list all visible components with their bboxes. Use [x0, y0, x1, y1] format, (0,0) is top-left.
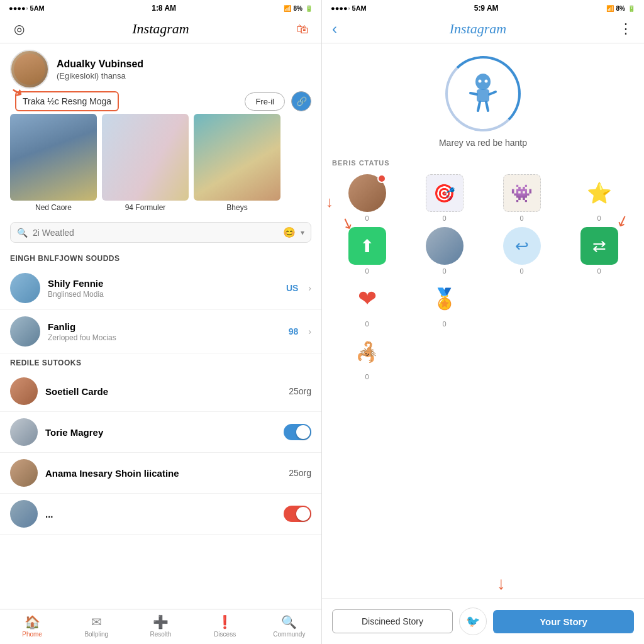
shily-name: Shily Fennie: [48, 278, 279, 289]
story-1[interactable]: Ned Caore: [10, 114, 97, 212]
emoji-row-3: ❤ 0 🏅 0: [332, 280, 634, 328]
emoji-empty-4: [487, 333, 557, 380]
search-icon: 🔍: [17, 228, 28, 238]
emoji-count-13: 0: [365, 373, 369, 380]
emoji-badge[interactable]: 🏅 0: [409, 280, 479, 328]
right-battery: 8%: [616, 5, 625, 12]
emoji-person[interactable]: 0: [409, 227, 479, 275]
sticker-main: Marey va red be hantp: [322, 43, 644, 154]
bottom-actions: ↓ Discineed Story 🐦 Your Story: [322, 598, 644, 644]
emoji-empty-2: [564, 280, 634, 328]
emoji-count-5: 0: [365, 267, 369, 275]
sticker-circle: [445, 56, 521, 131]
redile-item-1[interactable]: Soetiell Carde 25org: [0, 371, 321, 412]
svg-line-4: [470, 93, 477, 94]
tab-discess-label: Discess: [214, 631, 236, 638]
right-panel: ●●●●◦ 5AM 5:9 AM 📶 8% 🔋 ‹ Instagram ⋮: [322, 0, 644, 644]
chain-icon: 🔗: [296, 96, 307, 106]
story-thumb-img-1: [10, 114, 97, 201]
right-signal: ●●●●◦ 5AM: [331, 4, 367, 12]
story-label-2: 94 Formuler: [125, 203, 166, 212]
tab-commundy-label: Commundy: [273, 631, 305, 638]
home-icon: 🏠: [25, 614, 40, 630]
redile-item-4[interactable]: ...: [0, 494, 321, 535]
redile-item-2[interactable]: Torie Magrey: [0, 412, 321, 453]
last-avatar: [10, 500, 38, 528]
list-item-shily[interactable]: Shily Fennie Bnglinsed Modia US ›: [0, 267, 321, 310]
emoji-empty-5: [564, 333, 634, 380]
discineed-story-button[interactable]: Discineed Story: [332, 609, 453, 633]
shily-count: US: [286, 283, 298, 293]
emoji-swap[interactable]: ⇄ 0: [564, 227, 634, 275]
soetiell-name: Soetiell Carde: [45, 386, 281, 397]
right-battery-icon: 🔋: [628, 5, 635, 12]
profile-row: Adualky Vubinsed (Egikesloki) thansa: [0, 43, 321, 91]
emoji-row-1: 0 ↓ 🎯 0 👾 0 ⭐ 0: [332, 174, 634, 222]
emoji-heart[interactable]: ❤ 0: [332, 280, 402, 328]
left-status-bar: ●●●●◦ 5AM 1:8 AM 📶 8% 🔋: [0, 0, 321, 15]
shily-avatar: [10, 273, 40, 303]
emoji-face-1[interactable]: 0 ↓: [332, 174, 402, 222]
search-input[interactable]: [33, 228, 278, 238]
emoji-monster[interactable]: 👾 0: [487, 174, 557, 222]
more-button[interactable]: ⋮: [619, 21, 634, 37]
tab-discess[interactable]: ❗ Discess: [206, 614, 244, 638]
svg-point-2: [485, 80, 488, 83]
return-icon: ↩: [503, 227, 541, 265]
scorpion-icon: 🦂: [348, 333, 386, 370]
emoji-scorpion[interactable]: 🦂 0: [332, 333, 402, 380]
redile-item-3[interactable]: Anama Inesary Shoin liicatine 25org: [0, 453, 321, 494]
green-up-icon: ⬆: [348, 227, 386, 265]
story-2[interactable]: 94 Formuler: [102, 114, 189, 212]
twitter-button[interactable]: 🐦: [459, 608, 487, 635]
left-panel: ●●●●◦ 5AM 1:8 AM 📶 8% 🔋 ◎ Instagram 🛍 Ad…: [0, 0, 322, 644]
tab-resolth-label: Resolth: [150, 631, 172, 638]
story-3[interactable]: Bheys: [194, 114, 280, 212]
sticker-figure-svg: [464, 72, 502, 116]
camera-icon[interactable]: ◎: [10, 20, 28, 38]
anama-count: 25org: [289, 468, 311, 478]
list-item-fanlig[interactable]: Fanlig Zerloped fou Mocias 98 ›: [0, 310, 321, 353]
twitter-icon: 🐦: [466, 614, 480, 628]
tab-phome[interactable]: 🏠 Phome: [13, 614, 51, 638]
shopping-icon[interactable]: 🛍: [294, 20, 311, 38]
last-toggle[interactable]: [284, 506, 311, 522]
emoji-empty-1: [487, 280, 557, 328]
emoji-grid-container: 0 ↓ 🎯 0 👾 0 ⭐ 0 ↘ ↙: [322, 169, 644, 386]
tab-bollpling[interactable]: ✉ Bollpling: [77, 614, 115, 638]
emoji-return[interactable]: ↩ 0: [487, 227, 557, 275]
your-story-button[interactable]: Your Story: [493, 610, 634, 633]
follow-button[interactable]: Fre-il: [245, 92, 285, 111]
fanlig-name: Fanlig: [48, 321, 281, 332]
fanlig-avatar: [10, 316, 40, 347]
section1-header: EINGH BNLFJOWN SOUDDS: [0, 249, 321, 267]
down-arrow-annotation-1: ↓: [326, 193, 333, 211]
search-tab-icon: 🔍: [281, 614, 297, 630]
svg-point-1: [479, 80, 482, 83]
fanlig-count: 98: [289, 326, 299, 336]
emoji-icon[interactable]: 😊: [283, 226, 296, 238]
fanlig-chevron: ›: [308, 326, 311, 336]
tab-bollpling-label: Bollpling: [84, 631, 108, 638]
story-thumb-img-2: [102, 114, 189, 201]
link-icon-button[interactable]: 🔗: [291, 91, 311, 111]
anama-name: Anama Inesary Shoin liicatine: [45, 468, 281, 479]
svg-line-5: [489, 92, 496, 94]
right-wifi-icon: 📶: [606, 5, 614, 12]
notification-dot: [377, 174, 386, 183]
emoji-count-7: 0: [519, 267, 523, 275]
last-toggle-knob: [296, 507, 310, 521]
back-button[interactable]: ‹: [332, 20, 337, 38]
emoji-green-up[interactable]: ⬆ 0: [332, 227, 402, 275]
torie-avatar: [10, 418, 38, 446]
chevron-down-icon[interactable]: ▾: [301, 228, 304, 237]
torie-toggle[interactable]: [284, 424, 311, 440]
search-bar[interactable]: 🔍 😊 ▾: [10, 222, 311, 243]
emoji-count-4: 0: [597, 214, 601, 222]
emoji-count-6: 0: [442, 267, 446, 275]
emoji-target[interactable]: 🎯 0: [409, 174, 479, 222]
tab-commundy[interactable]: 🔍 Commundy: [270, 614, 308, 638]
story-thumbnails: Ned Caore 94 Formuler Bheys: [0, 114, 321, 218]
swap-icon: ⇄: [580, 227, 618, 265]
tab-resolth[interactable]: ➕ Resolth: [142, 614, 179, 638]
